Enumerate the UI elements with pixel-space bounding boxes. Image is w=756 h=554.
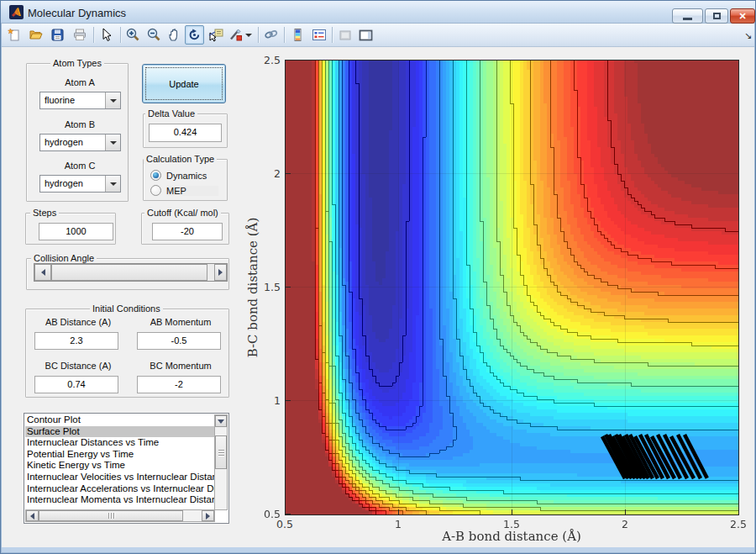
slider-left-arrow[interactable]	[34, 264, 51, 281]
rotate-3d-icon	[187, 28, 202, 42]
vscroll-thumb[interactable]	[215, 435, 227, 469]
atom-c-dropdown[interactable]: hydrogen	[39, 175, 121, 193]
bc-momentum-field[interactable]: -2	[137, 376, 221, 393]
zoom-in-icon	[126, 28, 140, 42]
window-title: Molecular Dynamics	[28, 7, 126, 19]
link-icon	[264, 28, 279, 42]
list-item[interactable]: Internuclear Momenta vs Internuclear Dis…	[25, 494, 215, 506]
insert-colorbar-button[interactable]	[288, 25, 307, 45]
minimize-button[interactable]	[672, 8, 703, 24]
bc-distance-field[interactable]: 0.74	[34, 376, 118, 393]
chevron-down-icon	[245, 34, 252, 37]
arrow-down-icon	[218, 419, 224, 424]
print-button[interactable]	[70, 25, 89, 45]
ab-momentum-field[interactable]: -0.5	[137, 332, 221, 350]
bc-distance-label: BC Distance (A)	[36, 361, 120, 371]
restore-button[interactable]	[705, 8, 728, 24]
atom-b-dropdown[interactable]: hydrogen	[39, 134, 121, 151]
close-button[interactable]: ✕	[730, 8, 755, 24]
open-file-icon	[29, 28, 44, 42]
arrow-right-icon	[218, 269, 223, 276]
calculation-type-title: Calculation Type	[144, 154, 217, 164]
dynamics-radio[interactable]	[150, 170, 161, 181]
chevron-down-icon	[110, 99, 117, 103]
atom-a-label: Atom A	[38, 77, 122, 87]
rotate-3d-button[interactable]	[185, 25, 204, 45]
hscroll-thumb[interactable]	[39, 510, 183, 521]
steps-field[interactable]: 1000	[39, 223, 113, 240]
collision-angle-slider[interactable]	[34, 263, 228, 282]
print-icon	[72, 28, 87, 42]
atom-b-dropdown-button[interactable]	[105, 135, 120, 150]
atom-a-dropdown[interactable]: fluorine	[39, 92, 121, 109]
save-button[interactable]	[48, 25, 67, 45]
list-item-selected[interactable]: Surface Plot	[25, 426, 215, 438]
new-document-button[interactable]	[5, 25, 24, 45]
chevron-down-icon	[110, 182, 117, 186]
pan-button[interactable]	[165, 25, 184, 45]
delta-value-field[interactable]: 0.424	[149, 124, 222, 142]
delta-value-title: Delta Value	[145, 108, 197, 119]
toolbar-separator	[258, 27, 259, 43]
slider-thumb[interactable]	[51, 264, 207, 281]
arrow-left-icon	[30, 513, 34, 520]
y-tick-label: 2	[255, 167, 281, 180]
title-bar[interactable]: Molecular Dynamics ✕	[1, 1, 755, 24]
toolbar-overflow-icon[interactable]: ↘	[744, 30, 752, 41]
y-axis-label: B-C bond distance (Å)	[245, 218, 260, 358]
new-document-icon	[8, 28, 22, 42]
update-button[interactable]: Update	[142, 64, 226, 103]
list-item[interactable]: Contour Plot	[25, 414, 215, 426]
y-tick-label: 2.5	[255, 54, 281, 66]
cutoff-title: Cutoff (Kcal/ mol)	[144, 208, 221, 218]
list-item[interactable]: Potential Energy vs Time	[25, 449, 215, 461]
toolbar-separator	[284, 27, 285, 43]
link-plots-button[interactable]	[261, 25, 281, 45]
zoom-out-icon	[147, 28, 161, 42]
list-item[interactable]: Internuclear Distances vs Time	[25, 437, 215, 449]
restore-icon	[713, 13, 721, 19]
ab-distance-field[interactable]: 2.3	[34, 332, 118, 350]
ab-distance-label: AB Distance (A)	[36, 317, 120, 327]
atom-types-title: Atom Types	[50, 58, 104, 68]
hide-plot-tools-button[interactable]	[335, 25, 354, 45]
hscroll-left-button[interactable]	[26, 510, 39, 521]
hscroll-right-button[interactable]	[202, 510, 214, 521]
list-vscrollbar[interactable]	[214, 414, 228, 510]
brush-dropdown[interactable]	[244, 25, 254, 45]
app-window: Molecular Dynamics ✕	[0, 0, 756, 554]
cutoff-field[interactable]: -20	[152, 223, 223, 240]
toolbar-separator	[93, 27, 94, 43]
show-plot-tools-icon	[359, 29, 373, 42]
zoom-out-button[interactable]	[144, 25, 164, 45]
list-item[interactable]: Internuclear Velocities vs Internuclear …	[25, 472, 215, 483]
insert-legend-button[interactable]	[309, 25, 328, 45]
atom-b-label: Atom B	[38, 119, 122, 129]
vscroll-down-button[interactable]	[215, 415, 227, 427]
atom-c-dropdown-button[interactable]	[105, 176, 120, 192]
pes-canvas[interactable]	[285, 60, 739, 515]
toolbar-separator	[332, 27, 333, 43]
list-item[interactable]: Internuclear Accelerations vs Internucle…	[25, 483, 215, 495]
list-hscrollbar[interactable]	[25, 509, 215, 522]
arrow-right-icon	[206, 513, 210, 520]
initial-conditions-title: Initial Conditions	[90, 303, 163, 314]
slider-right-arrow[interactable]	[214, 264, 227, 281]
open-file-button[interactable]	[26, 25, 45, 45]
pointer-button[interactable]	[97, 25, 116, 45]
chevron-down-icon	[110, 141, 117, 145]
mep-radio-label: MEP	[166, 186, 218, 196]
x-tick-label: 2.5	[724, 518, 753, 530]
atom-a-dropdown-button[interactable]	[105, 92, 120, 108]
toolbar-separator	[120, 27, 121, 43]
data-cursor-button[interactable]	[206, 25, 225, 45]
list-item[interactable]: Kinetic Energy vs Time	[25, 460, 215, 472]
bc-momentum-label: BC Momentum	[139, 361, 223, 371]
zoom-in-button[interactable]	[123, 25, 143, 45]
mep-radio[interactable]	[150, 185, 161, 196]
y-tick-label: 1	[255, 394, 281, 407]
legend-icon	[312, 28, 327, 42]
brush-button[interactable]	[226, 25, 245, 45]
show-plot-tools-button[interactable]	[356, 25, 375, 45]
plot-type-listbox[interactable]: Contour Plot Surface Plot Internuclear D…	[24, 413, 229, 524]
